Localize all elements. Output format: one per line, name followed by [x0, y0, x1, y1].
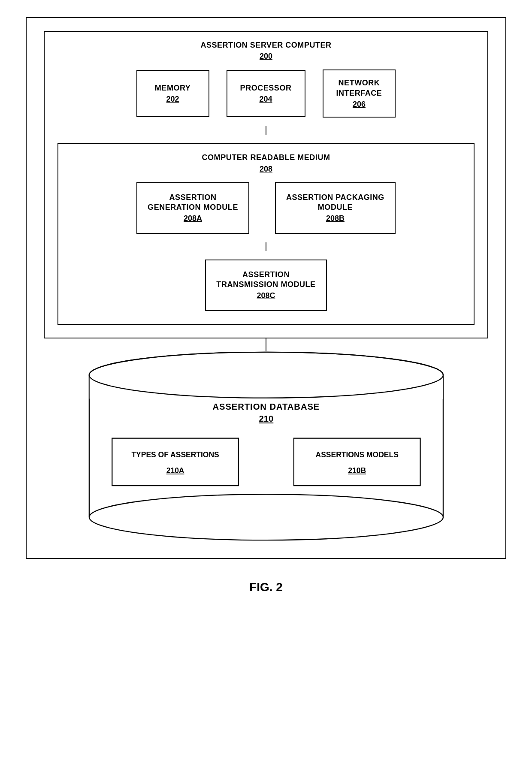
crm-title-group: COMPUTER READABLE MEDIUM 208: [202, 153, 330, 173]
server-title-id: 200: [260, 52, 272, 61]
processor-label: PROCESSOR: [240, 83, 292, 93]
svg-text:210B: 210B: [348, 466, 366, 474]
svg-rect-9: [112, 438, 239, 486]
connector-group-1: [57, 126, 475, 135]
connector-line-1: [266, 126, 267, 135]
network-interface-box: NETWORKINTERFACE 206: [323, 69, 396, 118]
svg-text:ASSERTIONS MODELS: ASSERTIONS MODELS: [315, 450, 398, 459]
svg-text:210A: 210A: [166, 466, 184, 474]
network-interface-id: 206: [353, 100, 366, 109]
crm-title-id: 208: [260, 165, 272, 174]
module-c-box: ASSERTIONTRANSMISSION MODULE 208C: [205, 260, 326, 311]
svg-rect-12: [293, 438, 420, 486]
module-c-label: ASSERTIONTRANSMISSION MODULE: [216, 270, 315, 290]
module-b-box: ASSERTION PACKAGINGMODULE 208B: [275, 182, 396, 234]
connector-line-2: [266, 242, 267, 251]
svg-text:TYPES OF ASSERTIONS: TYPES OF ASSERTIONS: [131, 450, 219, 459]
memory-label: MEMORY: [155, 83, 191, 93]
processor-id: 204: [260, 95, 272, 104]
memory-box: MEMORY 202: [136, 70, 209, 117]
connector-group-2: [266, 242, 267, 251]
server-title-label: ASSERTION SERVER COMPUTER: [200, 40, 331, 50]
crm-title-label: COMPUTER READABLE MEDIUM: [202, 153, 330, 163]
crm-box: COMPUTER READABLE MEDIUM 208 ASSERTIONGE…: [57, 143, 475, 324]
database-wrapper: ASSERTION DATABASE 210 TYPES OF ASSERTIO…: [88, 351, 444, 541]
module-a-box: ASSERTIONGENERATION MODULE 208A: [136, 182, 249, 234]
module-a-label: ASSERTIONGENERATION MODULE: [148, 193, 238, 213]
figure-label: FIG. 2: [249, 580, 283, 594]
svg-point-4: [89, 494, 443, 540]
svg-rect-5: [89, 375, 442, 399]
processor-box: PROCESSOR 204: [227, 70, 305, 117]
svg-text:ASSERTION DATABASE: ASSERTION DATABASE: [212, 402, 320, 411]
module-b-label: ASSERTION PACKAGINGMODULE: [286, 193, 384, 213]
database-svg: ASSERTION DATABASE 210 TYPES OF ASSERTIO…: [88, 351, 444, 541]
network-interface-label: NETWORKINTERFACE: [336, 78, 382, 98]
module-a-id: 208A: [184, 214, 202, 223]
server-computer-box: ASSERTION SERVER COMPUTER 200 MEMORY 202…: [44, 31, 488, 338]
connector-group-3: [44, 338, 488, 351]
diagram-wrapper: ASSERTION SERVER COMPUTER 200 MEMORY 202…: [26, 17, 506, 594]
server-title-group: ASSERTION SERVER COMPUTER 200: [200, 40, 331, 61]
components-row: MEMORY 202 PROCESSOR 204 NETWORKINTERFAC…: [57, 69, 475, 118]
module-c-id: 208C: [257, 291, 275, 300]
svg-text:210: 210: [259, 414, 273, 423]
outer-border: ASSERTION SERVER COMPUTER 200 MEMORY 202…: [26, 17, 506, 559]
memory-id: 202: [166, 95, 179, 104]
modules-row: ASSERTIONGENERATION MODULE 208A ASSERTIO…: [71, 182, 461, 234]
connector-line-3: [266, 338, 267, 351]
module-b-id: 208B: [326, 214, 345, 223]
